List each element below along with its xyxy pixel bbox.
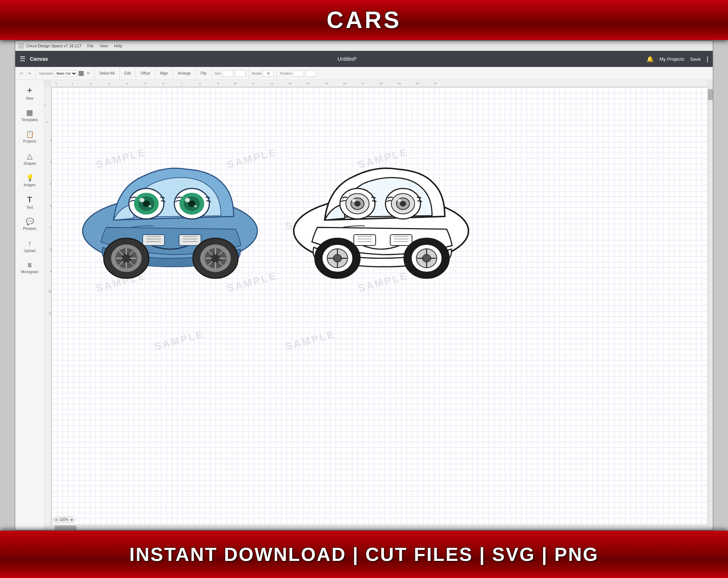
size-group: Size 5 14 [214,67,249,80]
svg-point-40 [139,198,145,202]
rotate-group: Rotate [252,67,277,80]
width-input[interactable]: 5 [222,70,233,77]
svg-text:0: 0 [55,82,57,85]
size-label: Size [214,72,221,75]
monogram-icon: Ⅲ [28,262,32,269]
sidebar-item-templates[interactable]: ▦ Templates [17,105,43,125]
svg-point-102 [333,254,342,262]
zoom-increase-icon[interactable]: ⊕ [70,518,73,522]
app-header: ☰ Canvas Untitled* 🔔 My Projects Save | [15,51,713,67]
svg-text:9: 9 [217,82,219,85]
app-logo [18,43,24,49]
svg-text:9: 9 [49,270,52,272]
scrollbar-thumb-horizontal[interactable] [55,526,76,530]
svg-text:16: 16 [343,82,346,85]
svg-point-47 [194,205,197,207]
sidebar-item-shapes[interactable]: △ Shapes [17,148,43,169]
svg-point-84 [355,201,360,206]
save-button[interactable]: Save [690,56,701,62]
svg-text:3: 3 [49,139,52,141]
zoom-decrease-icon[interactable]: ⊖ [55,518,58,522]
svg-text:11: 11 [48,312,51,315]
select-all-button[interactable]: Select All [98,71,116,76]
canvas-area: 0 1 2 3 4 5 6 7 8 9 10 11 12 13 [44,80,713,530]
zoom-control: ⊖ 100% ⊕ [52,517,76,523]
notification-icon[interactable]: 🔔 [646,56,654,63]
sidebar-item-phrases[interactable]: 💬 Phrases [17,214,43,234]
sidebar-item-text-label: Text [26,206,33,210]
offset-button[interactable]: Offset [139,71,152,76]
left-sidebar: + New ▦ Templates 📋 Projects △ Shapes 💡 [15,80,44,530]
flip-button[interactable]: Flip [199,71,208,76]
undo-button[interactable]: ↩ [18,71,25,76]
zoom-level: 100% [59,518,69,522]
horizontal-scrollbar[interactable] [52,525,708,530]
edit-button[interactable]: Edit [123,71,132,76]
sidebar-item-images[interactable]: 💡 Images [17,170,43,191]
offset-group: Offset [139,67,155,80]
title-bar: Cricut Design Space v7.16.117 File View … [15,41,713,51]
menu-file[interactable]: File [87,44,94,48]
sidebar-item-upload[interactable]: ↑ Upload [17,236,43,256]
svg-text:5: 5 [49,183,52,185]
svg-text:14: 14 [306,82,310,85]
svg-text:1: 1 [44,103,46,107]
sidebar-item-shapes-label: Shapes [24,162,36,166]
eyedropper-button[interactable]: ✏ [85,71,92,76]
vertical-scrollbar[interactable] [708,87,713,525]
sidebar-item-monogram[interactable]: Ⅲ Monogram [17,258,43,278]
rotate-input[interactable] [263,70,274,77]
title-bar-controls: File View Help [87,44,122,48]
menu-view[interactable]: View [99,44,108,48]
scrollbar-thumb-vertical[interactable] [708,89,713,100]
sidebar-item-images-label: Images [24,183,36,187]
operation-label: Operation [39,72,54,75]
svg-point-85 [352,199,356,202]
my-projects-button[interactable]: My Projects [660,56,684,62]
document-title: Untitled* [337,56,357,62]
svg-text:4: 4 [126,82,128,85]
x-input[interactable]: 1 [293,70,304,77]
svg-text:7: 7 [181,82,183,85]
svg-text:19: 19 [397,82,401,85]
svg-text:17: 17 [361,82,364,85]
position-group: Position 1 1 [280,67,319,80]
sidebar-item-new[interactable]: + New [17,83,43,103]
app-name: Cricut Design Space v7.16.117 [26,44,82,48]
arrange-button[interactable]: Arrange [176,71,193,76]
toolbar: ↩ ↪ Operation Basic Cut ✏ Select All Edi… [15,67,713,80]
sidebar-item-projects[interactable]: 📋 Projects [17,127,43,147]
svg-text:7: 7 [49,227,52,228]
sidebar-item-phrases-label: Phrases [23,227,36,231]
svg-text:8: 8 [49,248,52,250]
operation-select[interactable]: Basic Cut [55,70,77,77]
svg-text:5: 5 [145,82,146,85]
outline-car-svg [281,116,481,280]
svg-point-110 [422,254,431,262]
header-divider: | [707,55,708,63]
y-input[interactable]: 1 [305,70,316,77]
svg-text:3: 3 [108,82,110,85]
menu-help[interactable]: Help [114,44,122,48]
canvas-inner[interactable]: SAMPLE SAMPLE SAMPLE SAMPLE SAMPLE SAMPL… [52,87,708,525]
flip-group: Flip [199,67,211,80]
svg-text:11: 11 [252,82,255,85]
svg-text:8: 8 [199,82,201,85]
operation-group: Operation Basic Cut ✏ [39,67,95,80]
height-input[interactable]: 14 [235,70,246,77]
sidebar-item-templates-label: Templates [21,118,38,122]
color-swatch[interactable] [79,71,84,76]
align-button[interactable]: Align [158,71,170,76]
hamburger-icon[interactable]: ☰ [20,55,25,63]
bottom-banner: INSTANT DOWNLOAD | CUT FILES | SVG | PNG [0,531,728,578]
svg-text:4: 4 [49,161,52,163]
text-icon: T [27,195,32,204]
svg-text:21: 21 [434,82,437,85]
rotate-label: Rotate [252,72,262,75]
position-label: Position [280,72,292,75]
sidebar-item-text[interactable]: T Text [17,192,43,212]
sidebar-item-monogram-label: Monogram [21,270,39,274]
svg-text:20: 20 [416,82,419,85]
redo-button[interactable]: ↪ [26,71,33,76]
phrases-icon: 💬 [26,218,34,226]
